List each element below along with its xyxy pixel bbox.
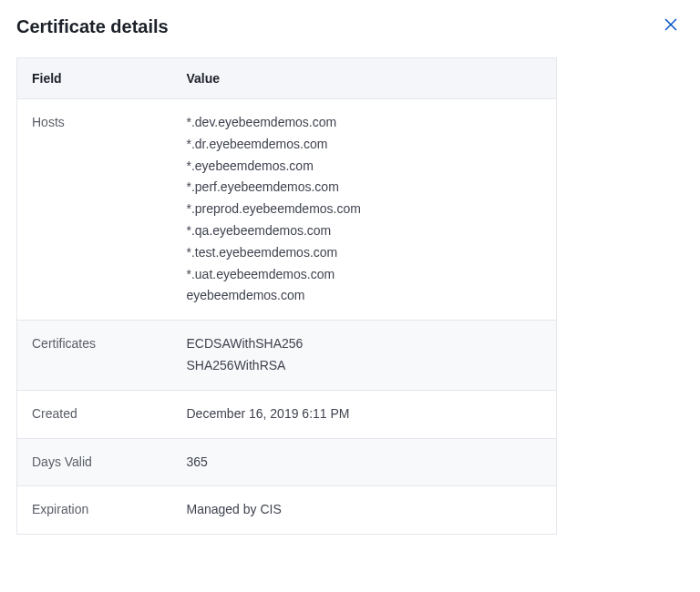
field-label: Days Valid — [17, 438, 172, 486]
table-body: Hosts*.dev.eyebeemdemos.com*.dr.eyebeemd… — [17, 99, 557, 535]
table-header-field: Field — [17, 58, 172, 99]
value-line: *.dr.eyebeemdemos.com — [187, 134, 542, 156]
field-label: Hosts — [17, 99, 172, 321]
value-line: *.qa.eyebeemdemos.com — [187, 220, 542, 242]
value-line: SHA256WithRSA — [187, 355, 542, 377]
field-value: 365 — [172, 438, 557, 486]
table-row: CertificatesECDSAWithSHA256SHA256WithRSA — [17, 321, 557, 391]
close-icon — [664, 18, 677, 34]
table-row: Hosts*.dev.eyebeemdemos.com*.dr.eyebeemd… — [17, 99, 557, 321]
certificate-details-modal: Certificate details Field Value Hosts*.d… — [0, 0, 700, 592]
value-line: eyebeemdemos.com — [187, 285, 542, 307]
value-line: *.test.eyebeemdemos.com — [187, 242, 542, 264]
field-label: Certificates — [17, 321, 172, 391]
modal-title: Certificate details — [16, 16, 684, 37]
value-line: *.perf.eyebeemdemos.com — [187, 177, 542, 199]
certificate-details-table: Field Value Hosts*.dev.eyebeemdemos.com*… — [16, 57, 557, 535]
table-row: ExpirationManaged by CIS — [17, 486, 557, 535]
field-label: Created — [17, 390, 172, 438]
field-value: December 16, 2019 6:11 PM — [172, 390, 557, 438]
value-line: ECDSAWithSHA256 — [187, 333, 542, 355]
field-value: Managed by CIS — [172, 486, 557, 535]
field-value: *.dev.eyebeemdemos.com*.dr.eyebeemdemos.… — [172, 99, 557, 321]
value-line: *.preprod.eyebeemdemos.com — [187, 199, 542, 220]
table-header-value: Value — [172, 58, 557, 99]
close-button[interactable] — [662, 16, 680, 35]
value-line: *.eyebeemdemos.com — [187, 156, 542, 178]
table-row: Days Valid365 — [17, 438, 557, 486]
value-line: *.dev.eyebeemdemos.com — [187, 112, 542, 134]
table-row: CreatedDecember 16, 2019 6:11 PM — [17, 390, 557, 438]
value-line: *.uat.eyebeemdemos.com — [187, 264, 542, 286]
field-value: ECDSAWithSHA256SHA256WithRSA — [172, 321, 557, 391]
field-label: Expiration — [17, 486, 172, 535]
